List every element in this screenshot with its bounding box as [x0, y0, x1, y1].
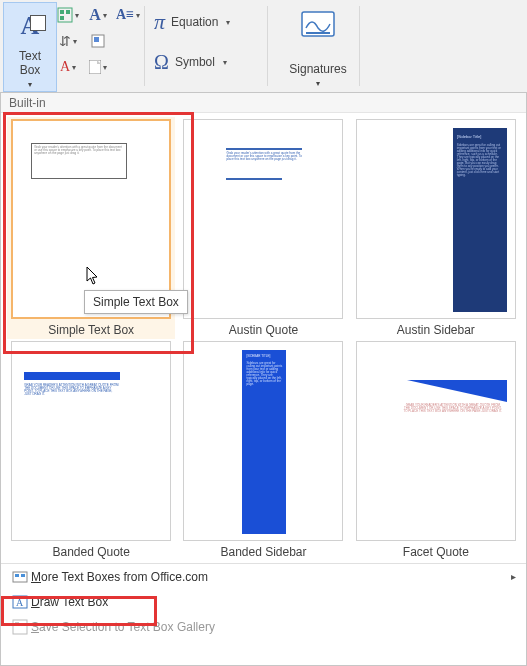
chevron-down-icon: ▾	[73, 37, 77, 46]
menu-label: Save Selection to Text Box Gallery	[31, 620, 215, 634]
gallery-item-label: Austin Sidebar	[397, 323, 475, 337]
svg-rect-5	[94, 37, 99, 42]
object-icon	[91, 34, 105, 48]
gallery-grid: Grab your reader's attention with a grea…	[1, 113, 526, 563]
save-gallery-icon	[9, 619, 31, 635]
wordart-button[interactable]: A▾	[86, 4, 110, 26]
text-direction-button[interactable]: ⇵▾	[56, 30, 80, 52]
svg-rect-1	[60, 10, 64, 14]
globe-icon	[9, 569, 31, 585]
signature-icon	[300, 10, 336, 46]
svg-rect-2	[66, 10, 70, 14]
svg-rect-6	[89, 60, 101, 74]
page-icon-button[interactable]: ▾	[86, 56, 110, 78]
text-box-gallery: Built-in Grab your reader's attention wi…	[0, 92, 527, 666]
equation-button[interactable]: π Equation ▾	[148, 2, 276, 46]
menu-draw-text-box[interactable]: A Draw Text Box	[1, 589, 526, 614]
section-header-builtin: Built-in	[1, 93, 526, 113]
chevron-down-icon: ▾	[72, 63, 76, 72]
chevron-down-icon: ▾	[223, 58, 227, 67]
tooltip: Simple Text Box	[84, 290, 188, 314]
chevron-down-icon: ▾	[226, 18, 230, 27]
text-box-button[interactable]: A Text Box ▾	[3, 2, 57, 92]
group-symbols: π Equation ▾ Ω Symbol ▾	[148, 0, 268, 92]
chevron-down-icon: ▾	[103, 63, 107, 72]
font-color-icon: A	[60, 59, 70, 75]
group-text-tools: ▾ A▾ A≡▾ ⇵▾ A▾ ▾	[50, 0, 145, 92]
chevron-down-icon: ▾	[316, 79, 320, 88]
textbox-frame-icon	[30, 15, 46, 31]
chevron-down-icon: ▾	[75, 11, 79, 20]
group-signatures: Signatures ▾	[270, 0, 360, 92]
gallery-item-austin-quote[interactable]: Grab your reader's attention with a grea…	[181, 119, 345, 337]
gallery-item-austin-sidebar[interactable]: [Sidebar Title] Sidebars are great for c…	[354, 119, 518, 337]
facet-shape-icon	[407, 380, 507, 402]
symbol-button[interactable]: Ω Symbol ▾	[148, 42, 276, 86]
dropcap-button[interactable]: A≡▾	[116, 4, 140, 26]
quick-parts-icon	[57, 7, 73, 23]
draw-textbox-icon: A	[9, 594, 31, 610]
gallery-item-label: Facet Quote	[403, 545, 469, 559]
menu-label: More Text Boxes from Office.com	[31, 570, 208, 584]
gallery-item-banded-quote[interactable]: GRAB YOUR READER'S ATTENTION WITH A GREA…	[9, 341, 173, 559]
cursor-icon	[86, 266, 100, 286]
equation-label: Equation	[171, 15, 218, 29]
font-color-button[interactable]: A▾	[56, 56, 80, 78]
gallery-item-facet-quote[interactable]: GRAB YOUR READER'S ATTENTION WITH A GREA…	[354, 341, 518, 559]
svg-text:A: A	[16, 597, 24, 608]
gallery-item-label: Banded Sidebar	[220, 545, 306, 559]
object-button[interactable]	[86, 30, 110, 52]
quick-parts-button[interactable]: ▾	[56, 4, 80, 26]
gallery-menu: More Text Boxes from Office.com ▸ A Draw…	[1, 563, 526, 639]
svg-rect-11	[15, 574, 19, 577]
text-box-label: Text Box	[19, 49, 41, 77]
root: A Text Box ▾ ▾ A▾ A≡▾ ⇵▾	[0, 0, 527, 666]
chevron-down-icon: ▾	[103, 11, 107, 20]
signatures-label: Signatures	[289, 62, 346, 76]
omega-icon: Ω	[154, 51, 169, 74]
gallery-item-label: Simple Text Box	[48, 323, 134, 337]
menu-save-selection[interactable]: Save Selection to Text Box Gallery	[1, 614, 526, 639]
gallery-item-label: Banded Quote	[52, 545, 129, 559]
dropcap-icon: A≡	[116, 7, 134, 23]
symbol-label: Symbol	[175, 55, 215, 69]
svg-rect-12	[21, 574, 25, 577]
svg-rect-8	[306, 32, 330, 34]
gallery-item-banded-sidebar[interactable]: [SIDEBAR TITLE] Sidebars are great for c…	[181, 341, 345, 559]
chevron-down-icon: ▾	[136, 11, 140, 20]
menu-more-office[interactable]: More Text Boxes from Office.com ▸	[1, 564, 526, 589]
group-textbox: A Text Box ▾	[0, 0, 50, 92]
svg-rect-16	[15, 622, 19, 626]
svg-rect-3	[60, 16, 64, 20]
menu-label: Draw Text Box	[31, 595, 108, 609]
signatures-button[interactable]: Signatures ▾	[276, 2, 360, 90]
svg-marker-9	[407, 380, 507, 402]
pi-icon: π	[154, 9, 165, 35]
page-icon	[89, 60, 101, 74]
gallery-item-label: Austin Quote	[229, 323, 298, 337]
text-direction-icon: ⇵	[59, 33, 71, 49]
wordart-icon: A	[89, 6, 101, 24]
chevron-down-icon: ▾	[28, 80, 32, 89]
submenu-arrow-icon: ▸	[511, 571, 516, 582]
ribbon: A Text Box ▾ ▾ A▾ A≡▾ ⇵▾	[0, 0, 527, 93]
